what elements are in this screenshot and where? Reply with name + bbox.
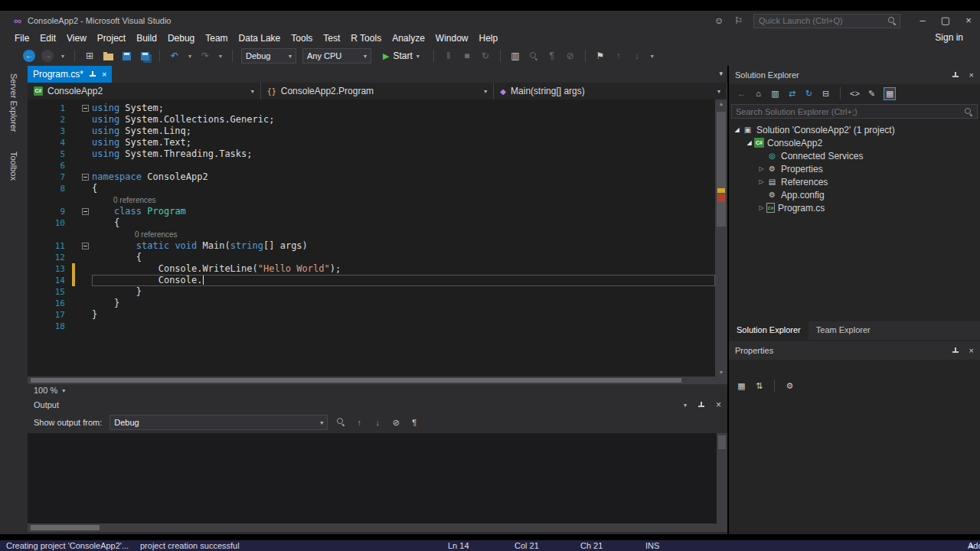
menu-item-debug[interactable]: Debug — [162, 31, 200, 45]
save-icon[interactable] — [120, 49, 132, 63]
tab-program-cs[interactable]: Program.cs* × — [28, 66, 112, 83]
fold-margin[interactable] — [78, 171, 92, 183]
menu-item-help[interactable]: Help — [474, 31, 504, 45]
tree-item-program-cs[interactable]: ▷C#Program.cs — [729, 201, 980, 214]
code-line-11[interactable]: 11 static void Main(string[] args) — [28, 240, 715, 252]
close-panel-icon[interactable]: × — [969, 70, 974, 80]
code-line-10[interactable]: 10 { — [28, 217, 715, 229]
code-line-12[interactable]: 12 { — [28, 252, 715, 263]
undo-icon[interactable]: ↶ — [168, 49, 181, 63]
scrollbar-thumb[interactable] — [31, 378, 681, 383]
pin-icon[interactable] — [89, 70, 96, 79]
zoom-level-select[interactable]: 100 % — [34, 386, 57, 395]
code-line-2[interactable]: 2using System.Collections.Generic; — [28, 114, 715, 126]
solution-platforms-select[interactable]: Any CPU ▾ — [302, 48, 371, 64]
solution-explorer-header[interactable]: Solution Explorer × — [729, 66, 980, 84]
code-line-16[interactable]: 16 } — [28, 298, 715, 309]
code-text[interactable]: { — [92, 183, 715, 194]
pin-icon[interactable] — [697, 401, 705, 409]
previous-bookmark-icon[interactable]: ↑ — [612, 49, 625, 63]
home-icon[interactable]: ⌂ — [753, 89, 763, 98]
side-tab-toolbox[interactable]: Toolbox — [9, 147, 18, 185]
pin-icon[interactable] — [952, 71, 959, 80]
menu-item-analyze[interactable]: Analyze — [387, 31, 430, 45]
output-panel-header[interactable]: Output ▾ × — [28, 396, 727, 413]
code-text[interactable]: namespace ConsoleApp2 — [92, 171, 715, 183]
code-text[interactable]: { — [92, 252, 715, 263]
code-line-8[interactable]: 8{ — [28, 183, 715, 194]
close-panel-icon[interactable]: × — [716, 399, 721, 410]
fold-margin[interactable] — [78, 206, 92, 217]
collapse-box-icon[interactable] — [82, 105, 89, 112]
code-text[interactable]: Console. — [92, 275, 715, 286]
menu-item-r-tools[interactable]: R Tools — [345, 31, 387, 45]
tab-solution-explorer[interactable]: Solution Explorer — [729, 321, 808, 340]
tree-item-app-config[interactable]: ⚙App.config — [729, 188, 980, 201]
menu-item-test[interactable]: Test — [318, 31, 345, 45]
menu-item-view[interactable]: View — [61, 31, 92, 45]
code-line-17[interactable]: 17} — [28, 309, 715, 321]
code-line-18[interactable]: 18 — [28, 321, 715, 332]
new-project-icon[interactable]: ⊞ — [83, 49, 96, 63]
code-line-9[interactable]: 9 class Program — [28, 206, 715, 217]
find-message-icon[interactable] — [335, 417, 346, 428]
property-pages-icon[interactable]: ⚙ — [785, 381, 795, 391]
window-menu-icon[interactable]: ▾ — [684, 402, 687, 409]
code-line-15[interactable]: 15 } — [28, 286, 715, 298]
restart-icon[interactable]: ↻ — [479, 49, 492, 63]
code-line-13[interactable]: 13 Console.WriteLine("Hello World"); — [28, 263, 715, 275]
code-editor[interactable]: 1using System;2using System.Collections.… — [28, 99, 727, 377]
tree-item-connected-services[interactable]: ◎Connected Services — [729, 149, 980, 162]
solution-search-box[interactable] — [731, 104, 978, 119]
output-vertical-scrollbar[interactable] — [717, 433, 727, 523]
notifications-icon[interactable]: ⚐ — [734, 15, 743, 26]
scroll-down-icon[interactable]: ▼ — [715, 370, 727, 375]
member-dropdown[interactable]: ◆ Main(string[] args) ▾ — [494, 83, 727, 99]
navigate-back-icon[interactable]: ← — [737, 89, 746, 98]
scrollbar-thumb[interactable] — [718, 435, 726, 449]
side-tab-server-explorer[interactable]: Server Explorer — [9, 69, 18, 136]
collapse-all-icon[interactable]: ⊟ — [821, 89, 831, 99]
find-in-files-icon[interactable] — [528, 49, 540, 63]
show-output-icon[interactable]: ▥ — [509, 49, 521, 63]
solution-configurations-select[interactable]: Debug ▾ — [241, 48, 296, 64]
code-text[interactable]: } — [92, 286, 715, 298]
code-text[interactable]: class Program — [92, 206, 715, 217]
editor-horizontal-scrollbar[interactable] — [28, 377, 727, 384]
tree-item-consoleapp2[interactable]: ◢C#ConsoleApp2 — [729, 136, 980, 149]
pin-icon[interactable] — [952, 347, 959, 355]
undo-dropdown-icon[interactable]: ▾ — [187, 49, 193, 63]
next-message-icon[interactable]: ↓ — [372, 418, 383, 427]
codelens-references[interactable]: 0 references — [92, 229, 715, 240]
collapsed-arrow-icon[interactable]: ▷ — [756, 178, 766, 185]
show-all-files-icon[interactable]: ▥ — [770, 89, 780, 99]
comment-icon[interactable]: ¶ — [546, 49, 558, 63]
maximize-button[interactable]: ▢ — [934, 12, 957, 29]
code-text[interactable] — [92, 321, 715, 332]
tab-team-explorer[interactable]: Team Explorer — [808, 321, 878, 340]
quick-launch-input[interactable] — [753, 14, 900, 28]
refresh-icon[interactable]: ↻ — [804, 89, 814, 99]
code-line-4[interactable]: 4using System.Text; — [28, 137, 715, 148]
code-line-5[interactable]: 5using System.Threading.Tasks; — [28, 148, 715, 160]
close-tab-icon[interactable]: × — [102, 70, 106, 79]
scrollbar-thumb[interactable] — [717, 112, 726, 227]
save-all-icon[interactable] — [139, 49, 151, 63]
solution-search-input[interactable] — [736, 107, 964, 116]
expanded-arrow-icon[interactable]: ◢ — [744, 139, 754, 146]
close-button[interactable]: × — [957, 12, 980, 29]
code-text[interactable]: } — [92, 309, 715, 321]
code-text[interactable]: using System.Text; — [92, 137, 715, 148]
code-line-3[interactable]: 3using System.Linq; — [28, 126, 715, 137]
redo-dropdown-icon[interactable]: ▾ — [217, 49, 224, 63]
navigate-backward-icon[interactable]: ← — [23, 50, 35, 62]
code-text[interactable] — [92, 160, 715, 171]
code-text[interactable]: { — [92, 217, 715, 229]
expanded-arrow-icon[interactable]: ◢ — [732, 126, 742, 133]
codelens-references[interactable]: 0 references — [92, 194, 715, 206]
categorized-icon[interactable]: ▦ — [737, 381, 746, 391]
document-well-dropdown-icon[interactable]: ▾ — [719, 70, 723, 77]
previous-message-icon[interactable]: ↑ — [354, 418, 364, 427]
clear-all-icon[interactable]: ⊘ — [390, 418, 401, 428]
minimize-button[interactable]: – — [911, 12, 934, 29]
